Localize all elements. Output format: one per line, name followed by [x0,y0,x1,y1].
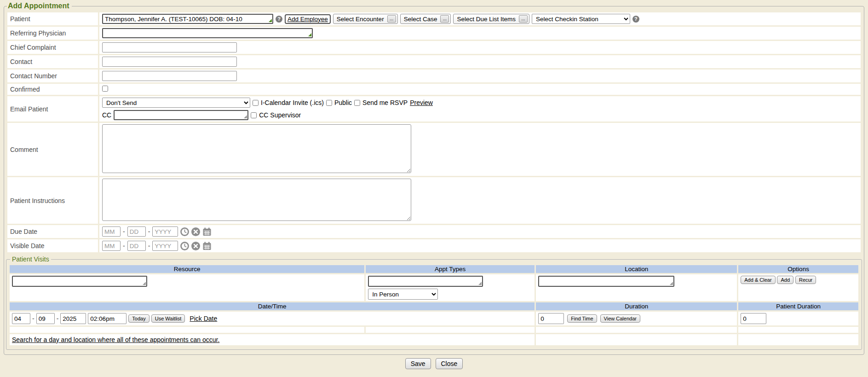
contact-input[interactable] [102,57,237,67]
contact-number-input[interactable] [102,71,237,81]
due-date-dd-input[interactable] [127,226,146,237]
patient-instructions-row: Patient Instructions [7,177,861,224]
datetime-header: Date/Time [10,302,535,310]
select-due-list-items-ellipsis-button[interactable]: ... [519,15,528,23]
select-encounter-ellipsis-button[interactable]: ... [387,15,396,23]
duration-input[interactable] [538,313,564,324]
date-separator: - [123,242,125,249]
cc-supervisor-checkbox[interactable] [251,112,257,118]
today-button[interactable]: Today [128,314,149,323]
visible-date-calendar-icon[interactable] [202,242,212,250]
add-button[interactable]: Add [777,276,793,284]
public-checkbox[interactable] [326,100,332,106]
due-date-clear-icon[interactable] [191,227,200,236]
visit-date-dd-input[interactable] [36,313,55,324]
checkin-station-help-icon[interactable]: ? [632,16,639,23]
confirmed-checkbox[interactable] [102,86,108,92]
due-date-label: Due Date [7,225,98,238]
patient-help-icon[interactable]: ? [276,16,282,23]
due-date-mm-input[interactable] [102,226,121,237]
chief-complaint-label: Chief Complaint [7,41,98,54]
email-patient-label: Email Patient [7,96,98,122]
visible-date-yyyy-input[interactable] [152,241,178,251]
patient-visits-fieldset: Patient Visits Resource Appt Types Locat… [6,255,862,350]
cc-label: CC [102,111,111,119]
date-separator: - [32,315,34,322]
contact-label: Contact [7,55,98,68]
patient-input[interactable] [102,14,273,24]
use-waitlist-button[interactable]: Use Waitlist [151,314,185,323]
visible-date-dd-input[interactable] [127,241,146,251]
referring-physician-input[interactable] [102,28,313,38]
recur-button[interactable]: Recur [795,276,816,284]
appt-types-input[interactable] [368,276,483,287]
visible-date-label: Visible Date [7,239,98,252]
checkin-station-select[interactable]: Select Checkin Station [532,14,630,24]
datetime-header-row: Date/Time Duration Patient Duration [10,302,858,310]
due-date-yyyy-input[interactable] [152,226,178,237]
comment-label: Comment [7,123,98,176]
contact-number-row: Contact Number [7,70,861,82]
ical-invite-checkbox[interactable] [253,100,259,106]
select-due-list-items-label: Select Due List Items [457,16,516,23]
referring-physician-row: Referring Physician [7,27,861,40]
search-day-location-link[interactable]: Search for a day and location where all … [12,336,219,343]
resource-header: Resource [10,265,364,273]
send-me-rsvp-label: Send me RSVP [362,99,408,106]
select-encounter-button[interactable]: Select Encounter ... [333,14,398,24]
contact-number-label: Contact Number [7,70,98,82]
comment-textarea[interactable] [102,124,411,173]
find-time-button[interactable]: Find Time [567,314,597,323]
appointment-form: Patient ? Add Employee Select Encounter … [6,11,862,254]
select-encounter-label: Select Encounter [337,16,384,23]
pick-date-link[interactable]: Pick Date [190,315,217,322]
confirmed-label: Confirmed [7,84,98,95]
cc-input[interactable] [114,110,248,120]
visit-mode-select[interactable]: In Person [368,289,438,300]
patient-instructions-label: Patient Instructions [7,177,98,224]
select-case-label: Select Case [404,16,437,23]
patient-visits-legend: Patient Visits [10,255,51,263]
visit-input-row: In Person Add & Clear Add Recur [10,274,858,301]
date-separator: - [123,228,125,235]
send-me-rsvp-checkbox[interactable] [354,100,360,106]
patient-instructions-textarea[interactable] [102,179,411,221]
options-header: Options [738,265,858,273]
select-case-button[interactable]: Select Case ... [400,14,451,24]
email-patient-row: Email Patient Don't Send I-Calendar Invi… [7,96,861,122]
ical-invite-label: I-Calendar Invite (.ics) [261,99,324,106]
resource-input[interactable] [12,276,147,287]
select-due-list-items-button[interactable]: Select Due List Items ... [453,14,529,24]
close-button[interactable]: Close [436,358,463,369]
duration-header: Duration [536,302,737,310]
save-button[interactable]: Save [405,358,431,369]
add-employee-button[interactable]: Add Employee [285,14,331,24]
due-date-clock-icon[interactable] [180,227,189,236]
email-send-select[interactable]: Don't Send [102,98,250,108]
patient-duration-input[interactable] [741,313,766,324]
date-separator: - [148,228,150,235]
appt-types-header: Appt Types [366,265,535,273]
visible-date-mm-input[interactable] [102,241,121,251]
location-input[interactable] [538,276,674,287]
view-calendar-button[interactable]: View Calendar [600,314,640,323]
due-date-calendar-icon[interactable] [202,227,212,236]
visit-time-input[interactable] [88,313,126,324]
patient-duration-header: Patient Duration [738,302,858,310]
select-case-ellipsis-button[interactable]: ... [440,15,449,23]
visit-date-mm-input[interactable] [12,313,30,324]
search-row: Search for a day and location where all … [10,334,858,345]
preview-link[interactable]: Preview [410,99,433,106]
date-separator: - [57,315,59,322]
visit-header-row: Resource Appt Types Location Options [10,265,858,273]
datetime-input-row: - - Today Use Waitlist Pick Date Find Ti… [10,312,858,325]
visible-date-row: Visible Date - - [7,239,861,252]
spacer-row [10,327,858,333]
add-and-clear-button[interactable]: Add & Clear [741,276,775,284]
visible-date-clock-icon[interactable] [180,242,189,250]
add-appointment-fieldset: Add Appointment Patient ? Add Employee S… [4,2,864,355]
contact-row: Contact [7,55,861,68]
chief-complaint-input[interactable] [102,42,237,52]
visible-date-clear-icon[interactable] [191,242,200,250]
visit-date-yyyy-input[interactable] [60,313,86,324]
